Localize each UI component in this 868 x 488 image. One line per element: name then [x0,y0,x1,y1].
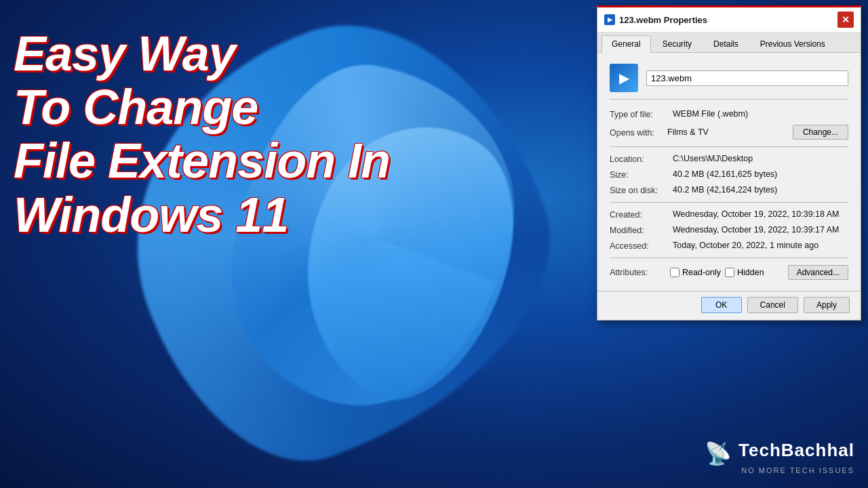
accessed-row: Accessed: Today, October 20, 2022, 1 min… [610,241,848,251]
opens-with-label: Opens with: [610,127,667,138]
dialog-title-text: 123.webm Properties [619,15,707,25]
brand-logo: 📡 TechBachhal NO MORE TECH ISSUES [705,440,854,474]
separator-3 [610,258,848,258]
hidden-checkbox-item[interactable]: Hidden [725,268,764,277]
accessed-label: Accessed: [610,241,667,251]
location-row: Location: C:\Users\MJ\Desktop [610,154,848,164]
dialog-titlebar: ▶ 123.webm Properties ✕ [597,7,861,33]
modified-value: Wednesday, October 19, 2022, 10:39:17 AM [673,225,848,235]
logo-title: TechBachhal [738,440,854,460]
type-of-file-row: Type of file: WEBM File (.webm) [610,109,848,119]
readonly-label: Read-only [682,268,721,277]
tab-details[interactable]: Details [703,35,749,52]
file-type-icon: ▶ [610,64,638,92]
created-label: Created: [610,209,667,220]
overlay-text: Easy Way To Change File Extension In Win… [14,27,390,242]
ok-button[interactable]: OK [701,297,742,313]
modified-label: Modified: [610,225,667,235]
change-button[interactable]: Change... [793,125,848,140]
overlay-line3: File Extension In [14,134,390,188]
overlay-line4: Windows 11 [14,188,390,242]
created-value: Wednesday, October 19, 2022, 10:39:18 AM [673,209,848,219]
logo-icon: 📡 [705,441,732,466]
overlay-line2: To Change [14,81,390,134]
size-on-disk-row: Size on disk: 40.2 MB (42,164,224 bytes) [610,185,848,195]
separator-2 [610,202,848,203]
separator-1 [610,146,848,147]
advanced-button[interactable]: Advanced... [788,265,848,280]
tab-security[interactable]: Security [652,35,702,52]
overlay-line1: Easy Way [14,27,390,81]
hidden-label: Hidden [737,268,764,277]
modified-row: Modified: Wednesday, October 19, 2022, 1… [610,225,848,235]
tab-general[interactable]: General [601,35,651,53]
size-on-disk-label: Size on disk: [610,185,667,195]
type-of-file-label: Type of file: [610,109,667,119]
attributes-label: Attributes: [610,268,667,277]
dialog-tabs: General Security Details Previous Versio… [597,33,861,53]
attributes-row: Attributes: Read-only Hidden Advanced... [610,265,848,280]
accessed-value: Today, October 20, 2022, 1 minute ago [673,241,848,250]
file-header: ▶ [610,64,848,100]
readonly-checkbox-item[interactable]: Read-only [670,268,721,277]
opens-with-row: Opens with: Films & TV Change... [610,125,848,140]
created-row: Created: Wednesday, October 19, 2022, 10… [610,209,848,220]
hidden-checkbox[interactable] [725,268,734,277]
file-name-input[interactable] [646,70,848,86]
size-row: Size: 40.2 MB (42,161,625 bytes) [610,169,848,180]
size-label: Size: [610,169,667,180]
tab-previous-versions[interactable]: Previous Versions [750,35,835,52]
properties-dialog: ▶ 123.webm Properties ✕ General Security… [597,5,861,321]
readonly-checkbox[interactable] [670,268,679,277]
location-label: Location: [610,154,667,164]
cancel-button[interactable]: Cancel [747,297,798,313]
size-on-disk-value: 40.2 MB (42,164,224 bytes) [673,185,848,195]
size-value: 40.2 MB (42,161,625 bytes) [673,169,848,179]
dialog-footer: OK Cancel Apply [597,291,861,320]
logo-subtitle: NO MORE TECH ISSUES [705,466,854,474]
opens-with-value: Films & TV [667,127,787,137]
dialog-content: ▶ Type of file: WEBM File (.webm) Opens … [597,53,861,291]
location-value: C:\Users\MJ\Desktop [673,154,848,163]
apply-button[interactable]: Apply [804,297,850,313]
dialog-title-icon: ▶ [604,14,615,25]
attributes-items: Read-only Hidden Advanced... [670,265,848,280]
type-of-file-value: WEBM File (.webm) [673,109,848,119]
dialog-title: ▶ 123.webm Properties [604,14,707,25]
dialog-close-button[interactable]: ✕ [837,12,854,28]
